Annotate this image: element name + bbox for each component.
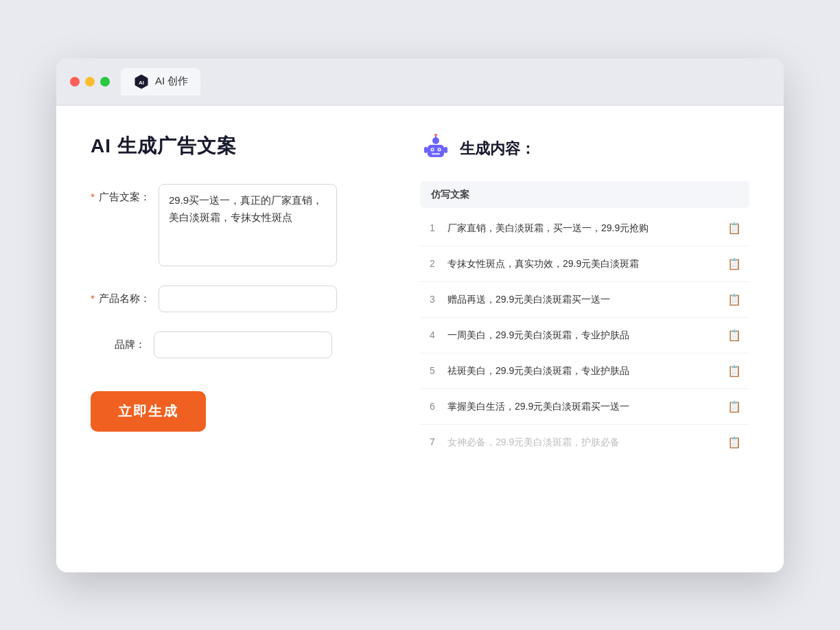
row-text: 专抹女性斑点，真实功效，29.9元美白淡斑霜 (447, 257, 716, 271)
svg-point-10 (434, 134, 437, 137)
required-star-ad-copy: * (91, 191, 95, 202)
titlebar: AI AI 创作 (56, 58, 784, 106)
row-index: 5 (425, 365, 439, 376)
copy-button[interactable]: 📋 (725, 434, 744, 450)
browser-window: AI AI 创作 AI 生成广告文案 * 广告文案： 29.9买一送一，真正的厂… (56, 58, 784, 572)
list-item: 5祛斑美白，29.9元美白淡斑霜，专业护肤品📋 (420, 353, 749, 389)
row-index: 4 (425, 329, 439, 340)
row-text: 掌握美白生活，29.9元美白淡斑霜买一送一 (447, 399, 716, 414)
result-header: 生成内容： (420, 133, 749, 165)
row-text: 厂家直销，美白淡斑霜，买一送一，29.9元抢购 (447, 221, 716, 235)
row-text: 祛斑美白，29.9元美白淡斑霜，专业护肤品 (447, 364, 716, 378)
traffic-lights (70, 77, 110, 86)
list-item: 1厂家直销，美白淡斑霜，买一送一，29.9元抢购📋 (420, 211, 749, 246)
list-item: 4一周美白，29.9元美白淡斑霜，专业护肤品📋 (420, 318, 749, 353)
input-brand[interactable]: 好白 (154, 331, 332, 358)
row-index: 6 (425, 401, 439, 412)
robot-icon (420, 133, 452, 165)
label-product-name: * 产品名称： (91, 285, 150, 305)
svg-point-2 (432, 137, 439, 144)
left-panel: AI 生成广告文案 * 广告文案： 29.9买一送一，真正的厂家直销，美白淡斑霜… (91, 133, 379, 545)
svg-text:AI: AI (139, 79, 144, 85)
svg-rect-8 (432, 153, 440, 155)
form-group-product-name: * 产品名称： 美白淡斑霜 (91, 285, 379, 312)
copy-button[interactable]: 📋 (725, 292, 744, 307)
svg-point-6 (432, 148, 433, 150)
form-group-brand: 品牌： 好白 (91, 331, 379, 358)
row-text: 赠品再送，29.9元美白淡斑霜买一送一 (447, 292, 716, 307)
copy-button[interactable]: 📋 (725, 327, 744, 343)
browser-content: AI 生成广告文案 * 广告文案： 29.9买一送一，真正的厂家直销，美白淡斑霜… (56, 106, 784, 572)
result-title: 生成内容： (460, 139, 535, 159)
copy-button[interactable]: 📋 (725, 220, 744, 236)
row-index: 2 (425, 258, 439, 269)
generate-button[interactable]: 立即生成 (91, 391, 206, 432)
result-list: 1厂家直销，美白淡斑霜，买一送一，29.9元抢购📋2专抹女性斑点，真实功效，29… (420, 211, 749, 460)
row-text: 女神必备，29.9元美白淡斑霜，护肤必备 (447, 435, 716, 450)
row-index: 7 (425, 436, 439, 447)
row-text: 一周美白，29.9元美白淡斑霜，专业护肤品 (447, 328, 716, 342)
list-item: 7女神必备，29.9元美白淡斑霜，护肤必备📋 (420, 425, 749, 460)
maximize-button[interactable] (100, 77, 110, 86)
page-title: AI 生成广告文案 (91, 133, 379, 159)
row-index: 3 (425, 294, 439, 305)
copy-button[interactable]: 📋 (725, 256, 744, 272)
minimize-button[interactable] (85, 77, 95, 86)
label-ad-copy: * 广告文案： (91, 184, 150, 204)
textarea-ad-copy[interactable]: 29.9买一送一，真正的厂家直销，美白淡斑霜，专抹女性斑点 (159, 184, 337, 266)
copy-button[interactable]: 📋 (725, 399, 744, 415)
list-item: 3赠品再送，29.9元美白淡斑霜买一送一📋 (420, 282, 749, 318)
copy-button[interactable]: 📋 (725, 363, 744, 379)
svg-rect-11 (424, 147, 428, 153)
required-star-product-name: * (91, 292, 95, 304)
right-panel: 生成内容： 仿写文案 1厂家直销，美白淡斑霜，买一送一，29.9元抢购📋2专抹女… (420, 133, 749, 545)
browser-tab[interactable]: AI AI 创作 (121, 68, 200, 95)
ai-icon: AI (133, 73, 150, 90)
close-button[interactable] (70, 77, 80, 86)
svg-rect-3 (428, 145, 444, 157)
tab-label: AI 创作 (155, 75, 188, 88)
row-index: 1 (425, 222, 439, 233)
svg-rect-12 (444, 147, 447, 153)
svg-point-7 (439, 148, 440, 150)
form-group-ad-copy: * 广告文案： 29.9买一送一，真正的厂家直销，美白淡斑霜，专抹女性斑点 (91, 184, 379, 266)
result-table-header: 仿写文案 (420, 181, 749, 208)
input-product-name[interactable]: 美白淡斑霜 (159, 285, 337, 312)
label-brand: 品牌： (91, 331, 145, 351)
list-item: 6掌握美白生活，29.9元美白淡斑霜买一送一📋 (420, 389, 749, 425)
list-item: 2专抹女性斑点，真实功效，29.9元美白淡斑霜📋 (420, 246, 749, 282)
